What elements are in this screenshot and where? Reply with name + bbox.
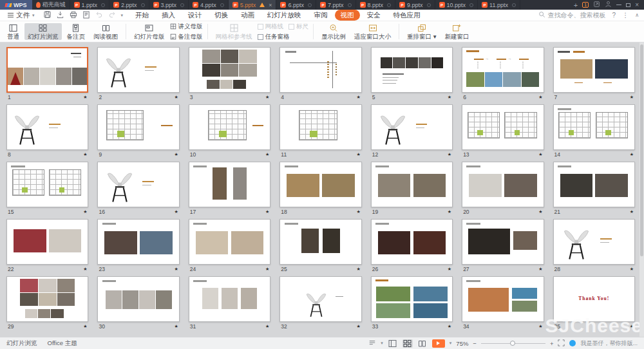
status-sorter-view-button[interactable] [402, 339, 413, 348]
menu-tab-幻灯片放映[interactable]: 幻灯片放映 [261, 10, 307, 21]
slide-thumbnail-23[interactable] [97, 219, 179, 265]
transition-star-icon[interactable]: ★ [356, 95, 360, 99]
transition-star-icon[interactable]: ★ [175, 95, 178, 99]
transition-star-icon[interactable]: ★ [538, 95, 542, 99]
zoom-slider[interactable] [481, 343, 545, 344]
slide-thumbnail-26[interactable] [371, 219, 453, 265]
slide-sorter-canvas[interactable]: 1 ★ 2 ★ 3 ★ [0, 42, 644, 337]
tab-1.pptx[interactable]: P 1.pptx [70, 0, 110, 10]
transition-star-icon[interactable]: ★ [356, 152, 360, 156]
redo-button[interactable] [108, 11, 116, 20]
ribbon-备注页-button[interactable]: 备注页 [64, 23, 89, 41]
transition-star-icon[interactable]: ★ [356, 209, 360, 214]
tab-close-icon[interactable]: × [269, 2, 272, 8]
share-icon[interactable] [593, 1, 600, 9]
transition-star-icon[interactable]: ★ [448, 324, 451, 328]
tab-8.pptx[interactable]: P 8.pptx [356, 0, 396, 10]
ribbon-幻灯片母版-button[interactable]: 幻灯片母版 [131, 23, 168, 41]
collapse-ribbon-icon[interactable]: ∧ [635, 12, 639, 18]
transition-star-icon[interactable]: ★ [265, 209, 269, 214]
save-button[interactable] [44, 11, 52, 20]
tab-7.pptx[interactable]: P 7.pptx [316, 0, 356, 10]
slide-thumbnail-32[interactable] [279, 276, 361, 322]
slide-thumbnail-5[interactable] [371, 47, 453, 93]
tab-3.pptx[interactable]: P 3.pptx [149, 0, 189, 10]
ribbon-新建窗口-button[interactable]: 新建窗口 [441, 23, 472, 41]
slide-thumbnail-8[interactable] [6, 104, 88, 150]
fit-to-window-icon[interactable] [558, 339, 565, 348]
status-normal-view-button[interactable] [388, 339, 398, 348]
tab-11.pptx[interactable]: P 11.pptx [478, 0, 520, 10]
tab-4.pptx[interactable]: P 4.pptx [189, 0, 229, 10]
slide-thumbnail-25[interactable] [279, 219, 361, 265]
minimize-button[interactable] [616, 5, 621, 5]
slide-thumbnail-2[interactable] [97, 47, 179, 93]
zoom-out-button[interactable]: − [473, 340, 477, 347]
play-options-caret-icon[interactable]: ▾ [450, 341, 452, 346]
menu-tab-开始[interactable]: 开始 [129, 10, 155, 21]
menu-tab-特色应用[interactable]: 特色应用 [388, 10, 426, 21]
transition-star-icon[interactable]: ★ [538, 267, 542, 271]
slide-thumbnail-24[interactable] [189, 219, 270, 265]
slide-thumbnail-1[interactable] [6, 47, 88, 93]
print-preview-button[interactable] [82, 11, 90, 20]
slide-thumbnail-4[interactable] [279, 47, 361, 93]
slide-thumbnail-18[interactable] [279, 162, 361, 207]
wps-home-button[interactable]: WPS [0, 0, 32, 10]
tab-5.pptx[interactable]: P 5.pptx × [229, 0, 277, 10]
ribbon-重排窗口-button[interactable]: 重排窗口 ▾ [404, 23, 439, 41]
new-tab-button[interactable]: + [574, 1, 578, 9]
slide-thumbnail-34[interactable] [462, 276, 544, 322]
transition-star-icon[interactable]: ★ [265, 324, 269, 328]
transition-star-icon[interactable]: ★ [356, 324, 360, 328]
slide-thumbnail-19[interactable] [371, 162, 453, 207]
upgrade-badge[interactable]: 1 [582, 2, 589, 8]
ribbon-备注母版-button[interactable]: 备注母版 [170, 33, 203, 41]
slide-thumbnail-16[interactable] [97, 162, 179, 207]
notes-panel-icon[interactable] [368, 339, 376, 348]
menu-tab-视图[interactable]: 视图 [335, 10, 360, 21]
print-button[interactable] [70, 11, 77, 20]
transition-star-icon[interactable]: ★ [630, 95, 634, 99]
slide-thumbnail-14[interactable] [553, 104, 635, 150]
more-options-icon[interactable]: ⋮ [622, 12, 629, 19]
menu-tab-插入[interactable]: 插入 [156, 10, 181, 21]
slide-thumbnail-6[interactable]: →→ [462, 47, 544, 93]
slide-thumbnail-9[interactable] [97, 104, 179, 150]
transition-star-icon[interactable]: ★ [83, 95, 87, 99]
transition-star-icon[interactable]: ★ [83, 152, 87, 156]
slide-thumbnail-22[interactable] [6, 219, 88, 265]
transition-star-icon[interactable]: ★ [630, 209, 634, 214]
zoom-in-button[interactable]: + [550, 340, 554, 347]
zoom-value[interactable]: 75% [456, 340, 468, 347]
output-pdf-button[interactable] [57, 11, 64, 20]
transition-star-icon[interactable]: ★ [448, 152, 451, 156]
tab-2.pptx[interactable]: P 2.pptx [109, 0, 149, 10]
slide-thumbnail-17[interactable] [189, 162, 270, 207]
undo-button[interactable] [95, 11, 103, 20]
close-button[interactable]: × [635, 1, 639, 8]
tab-9.pptx[interactable]: P 9.pptx [395, 0, 435, 10]
transition-star-icon[interactable]: ★ [356, 267, 360, 271]
transition-star-icon[interactable]: ★ [630, 324, 634, 328]
slide-thumbnail-15[interactable] [6, 162, 88, 207]
slide-thumbnail-11[interactable] [279, 104, 361, 150]
tab-10.pptx[interactable]: P 10.pptx [435, 0, 478, 10]
transition-star-icon[interactable]: ★ [448, 95, 451, 99]
restore-button[interactable] [626, 3, 630, 7]
account-avatar-icon[interactable] [605, 1, 612, 9]
transition-star-icon[interactable]: ★ [265, 152, 269, 156]
scrollbar-thumb[interactable] [640, 44, 643, 256]
vertical-scrollbar[interactable] [639, 42, 644, 337]
transition-star-icon[interactable]: ★ [175, 209, 178, 214]
slide-thumbnail-7[interactable] [553, 47, 635, 93]
slide-thumbnail-3[interactable] [189, 47, 270, 93]
file-menu-button[interactable]: 文件 ▾ [5, 11, 37, 20]
slide-thumbnail-20[interactable] [462, 162, 544, 207]
slide-thumbnail-30[interactable] [97, 276, 179, 322]
menu-tab-切换[interactable]: 切换 [209, 10, 234, 21]
slide-thumbnail-13[interactable] [462, 104, 544, 150]
status-reading-view-button[interactable] [417, 339, 428, 348]
checkbox-任务窗格[interactable]: 任务窗格 [258, 33, 290, 41]
assistant-text[interactable]: 我是墨仔，帮你排版... [580, 339, 638, 348]
